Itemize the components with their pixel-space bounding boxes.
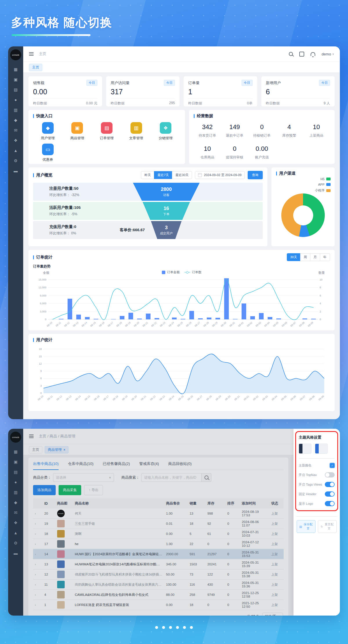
carousel-dot[interactable]	[155, 626, 158, 629]
svg-text:09-08: 09-08	[309, 395, 315, 401]
query-button[interactable]: 查询	[248, 171, 263, 179]
sidebar: crmeb ▦▣▤●▥◆✉❖▲⚙▬	[8, 46, 23, 419]
quick-entry-item[interactable]: ❖分销管理	[151, 122, 180, 141]
user-menu-label: demo	[322, 52, 331, 56]
article-manage-icon: ▥	[130, 122, 142, 134]
quick-entry-item[interactable]: ▤订单管理	[92, 122, 122, 141]
business-data-label: 待发货订单	[194, 133, 221, 138]
marketing-icon[interactable]: ▲	[14, 149, 18, 153]
collapse-menu-icon[interactable]	[29, 52, 34, 56]
blue-sidebar-style[interactable]	[315, 444, 328, 454]
svg-text:08-14: 08-14	[81, 321, 88, 328]
legend-item[interactable]: H5	[320, 177, 331, 181]
stat-card-top: 销售额今日	[33, 80, 97, 86]
carousel-dot[interactable]	[190, 626, 193, 629]
chevron-down-icon: ∨	[332, 53, 334, 55]
business-data-title: 经营数据	[194, 113, 330, 119]
svg-text:08-31: 08-31	[234, 395, 240, 401]
message-icon[interactable]: ✉	[14, 128, 17, 132]
distribution-manage-icon: ❖	[160, 122, 171, 134]
goods-icon[interactable]: ▣	[14, 77, 17, 82]
order-stats-title: 订单统计	[33, 255, 52, 260]
toggle-switch[interactable]	[325, 472, 335, 477]
date-range-picker[interactable]: 2024-09-02 至 2024-09-09	[195, 171, 245, 179]
svg-text:08-20: 08-20	[133, 321, 140, 328]
dashboard-content: 销售额今日0.00昨日数据0.00 元用户访问量今日317昨日数据295订单量今…	[23, 73, 340, 419]
quick-entry-item[interactable]: ▭优惠券	[33, 144, 63, 162]
breadcrumb[interactable]: 主页	[39, 51, 46, 57]
svg-text:08-31: 08-31	[229, 321, 235, 328]
toggle-switch[interactable]	[325, 491, 335, 497]
legend-item[interactable]: 订单数	[184, 270, 202, 274]
range-button[interactable]: 年	[320, 253, 330, 261]
stats-icon[interactable]: ▥	[14, 108, 17, 112]
reset-config-button[interactable]: ↻ 重置配置	[318, 520, 337, 533]
range-button[interactable]: 昨天	[141, 171, 154, 179]
stat-badge: 今日	[86, 80, 97, 86]
svg-text:08-16: 08-16	[98, 321, 105, 328]
settings-icon[interactable]: ⚙	[14, 159, 18, 163]
dark-sidebar-style[interactable]	[299, 444, 311, 454]
toggle-switch[interactable]	[325, 501, 335, 506]
user-menu[interactable]: demo∨	[322, 52, 334, 56]
quick-entry-item[interactable]: ▥文章管理	[122, 122, 151, 141]
legend-item[interactable]: 订单金额	[162, 270, 180, 274]
range-button[interactable]: 最近30天	[172, 171, 192, 179]
notifications-icon[interactable]	[311, 52, 315, 56]
search-icon[interactable]	[289, 52, 293, 56]
dashboard-icon[interactable]: ▦	[14, 67, 17, 71]
svg-text:09-05: 09-05	[280, 395, 287, 401]
distribution-icon[interactable]: ❖	[14, 138, 18, 142]
user-icon[interactable]: ●	[14, 98, 17, 102]
svg-text:08-17: 08-17	[103, 395, 109, 401]
stat-footer-value: 295	[169, 101, 175, 106]
funnel-label: 访客	[163, 193, 169, 197]
finance-icon[interactable]: ▬	[14, 169, 18, 173]
carousel-dot[interactable]	[183, 626, 186, 629]
range-button[interactable]: 月	[310, 253, 320, 261]
user-channel-donut-chart	[281, 193, 325, 237]
svg-text:08-23: 08-23	[159, 395, 166, 401]
svg-text:08-16: 08-16	[93, 395, 100, 401]
quick-entry-item[interactable]: ◆用户管理	[33, 122, 63, 141]
theme-color-swatch[interactable]: ✓	[330, 463, 335, 468]
svg-text:08-30: 08-30	[224, 395, 231, 401]
funnel-step: 16下单	[133, 202, 200, 220]
overview-row-text: 注册用户数量:50环比增长率： -32%	[49, 186, 79, 198]
order-icon[interactable]: ▤	[14, 88, 17, 92]
svg-text:08-30: 08-30	[220, 321, 227, 328]
funnel-value: 3	[165, 225, 168, 231]
user-stats-card: 用户统计 036912151808-1008-1108-1208-1308-14…	[28, 334, 335, 411]
highlight-red-border: 主题风格设置 主题颜色✓开启 TopNav开启 Tags-Views固定 Hea…	[295, 431, 338, 511]
theme-option: 主题颜色✓	[299, 463, 335, 468]
promotion-icon[interactable]: ◆	[14, 118, 17, 122]
range-button[interactable]: 周	[300, 253, 310, 261]
fullscreen-icon[interactable]	[299, 52, 304, 57]
app-logo[interactable]: crmeb	[10, 49, 21, 60]
business-data-value: 10	[303, 123, 330, 131]
svg-text:08-25: 08-25	[177, 395, 184, 401]
tab-home[interactable]: 主页	[29, 64, 42, 71]
carousel-dot[interactable]	[176, 626, 179, 629]
save-config-button[interactable]: ▤ 保存配置	[297, 520, 316, 533]
user-manage-icon: ◆	[42, 122, 54, 134]
legend-label: H5	[320, 177, 325, 181]
legend-item[interactable]: 小程序	[315, 188, 331, 193]
toggle-switch[interactable]	[325, 482, 335, 487]
svg-text:08-26: 08-26	[187, 395, 193, 401]
range-button[interactable]: 最近7天	[154, 171, 172, 179]
legend-item[interactable]: APP	[318, 183, 331, 186]
overview-growth: 环比增长率： 0%	[49, 231, 76, 236]
carousel-dot[interactable]	[162, 626, 165, 629]
svg-text:08-25: 08-25	[177, 321, 183, 328]
user-channel-card: 用户渠道 H5APP小程序	[271, 167, 335, 246]
legend-label: APP	[318, 183, 325, 186]
stat-label: 新增用户	[266, 80, 281, 86]
legend-swatch	[326, 189, 331, 192]
svg-text:09-09: 09-09	[318, 395, 325, 401]
range-button[interactable]: 30天	[287, 253, 300, 261]
carousel-dot[interactable]	[169, 626, 172, 629]
quick-entry-item[interactable]: ▣商品管理	[63, 122, 92, 141]
overview-metric: 活跃用户数量:105	[49, 205, 81, 210]
thumb-sidebar-bar	[299, 444, 302, 453]
